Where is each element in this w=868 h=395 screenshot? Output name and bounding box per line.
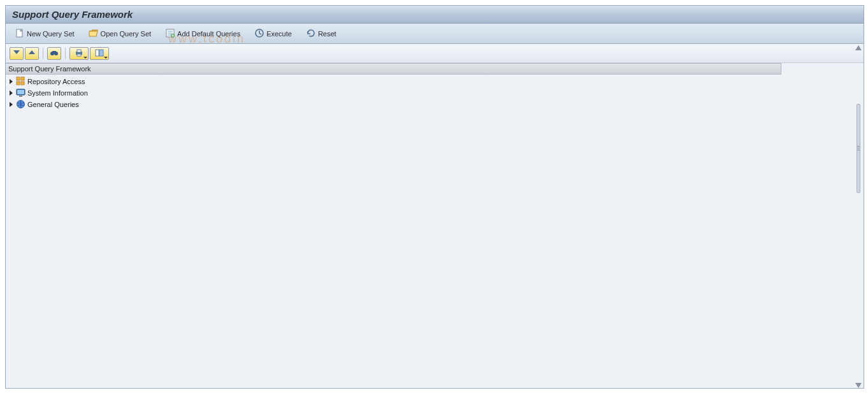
svg-rect-15: [17, 77, 20, 80]
print-button[interactable]: [69, 47, 89, 60]
svg-rect-16: [21, 77, 24, 80]
open-query-set-button[interactable]: Open Query Set: [86, 27, 154, 41]
binoculars-icon: [50, 48, 59, 59]
page-title: Support Query Framework: [12, 9, 133, 20]
scroll-up-button[interactable]: [855, 45, 862, 50]
new-query-set-button[interactable]: New Query Set: [12, 27, 77, 41]
collapse-all-icon: [27, 48, 36, 59]
expand-all-button[interactable]: [10, 47, 24, 60]
dropdown-arrow-icon: [104, 57, 108, 59]
svg-rect-13: [96, 50, 99, 56]
system-info-icon: [16, 88, 25, 99]
tree-item-repository-access[interactable]: Repository Access: [6, 76, 781, 87]
svg-rect-11: [77, 50, 81, 52]
execute-label: Execute: [266, 30, 292, 38]
expand-arrow-icon: [10, 102, 13, 107]
scroll-down-button[interactable]: [855, 383, 862, 388]
print-icon: [75, 48, 83, 59]
content-area: Support Query Framework Repository Acces…: [6, 44, 864, 388]
execute-button[interactable]: Execute: [252, 27, 294, 41]
reset-label: Reset: [318, 30, 336, 38]
toolbar-separator: [43, 48, 43, 59]
open-folder-icon: [89, 28, 99, 40]
new-document-icon: [15, 28, 25, 40]
layout-icon: [95, 48, 104, 59]
reset-icon: [306, 28, 316, 40]
add-default-queries-label: Add Default Queries: [177, 30, 240, 38]
svg-rect-20: [17, 90, 24, 94]
add-list-icon: [165, 28, 175, 40]
collapse-all-button[interactable]: [25, 47, 39, 60]
general-queries-icon: [16, 99, 25, 110]
svg-rect-17: [17, 82, 20, 85]
title-bar: Support Query Framework: [6, 6, 864, 24]
dropdown-arrow-icon: [83, 57, 87, 59]
tree-item-system-information[interactable]: System Information: [6, 87, 781, 99]
open-query-set-label: Open Query Set: [101, 30, 152, 38]
application-toolbar: New Query Set Open Query Set Add Default…: [6, 24, 864, 44]
tree-item-general-queries[interactable]: General Queries: [6, 99, 781, 110]
tree-header: Support Query Framework: [6, 63, 781, 75]
vertical-scroll: [853, 44, 864, 388]
new-query-set-label: New Query Set: [27, 30, 75, 38]
svg-rect-18: [21, 82, 24, 85]
layout-button[interactable]: [90, 47, 109, 60]
add-default-queries-button[interactable]: Add Default Queries: [163, 27, 243, 41]
repository-icon: [16, 76, 25, 87]
tree-body: Repository Access System Information Gen…: [6, 75, 781, 111]
expand-all-icon: [12, 48, 21, 59]
scroll-handle[interactable]: [857, 104, 860, 193]
tree-panel: Support Query Framework Repository Acces…: [6, 63, 781, 111]
svg-rect-21: [19, 96, 22, 97]
tree-item-label: Repository Access: [27, 78, 85, 85]
tree-toolbar: [6, 44, 864, 63]
scroll-track[interactable]: [856, 53, 861, 380]
svg-rect-12: [77, 54, 81, 56]
svg-rect-9: [52, 51, 56, 53]
find-button[interactable]: [47, 47, 61, 60]
execute-icon: [254, 28, 264, 40]
toolbar-separator: [65, 48, 66, 59]
svg-rect-14: [99, 50, 103, 56]
reset-button[interactable]: Reset: [303, 27, 339, 41]
tree-item-label: System Information: [27, 89, 88, 97]
expand-arrow-icon: [10, 79, 13, 84]
expand-arrow-icon: [10, 90, 13, 96]
tree-item-label: General Queries: [27, 101, 79, 108]
